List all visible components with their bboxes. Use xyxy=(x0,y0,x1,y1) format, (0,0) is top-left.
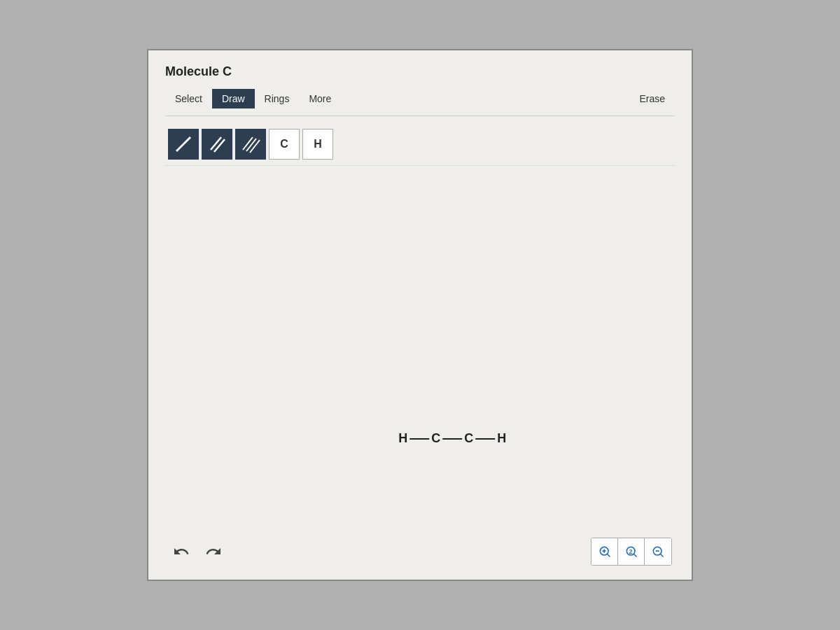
double-bond-button[interactable] xyxy=(202,129,232,160)
toolbar: Select Draw Rings More Erase xyxy=(165,89,675,116)
zoom-in-icon xyxy=(598,545,612,559)
carbon-button[interactable]: C xyxy=(269,129,300,160)
zoom-fit-icon: 2 xyxy=(624,545,638,559)
svg-line-5 xyxy=(250,140,260,153)
erase-button[interactable]: Erase xyxy=(629,89,675,108)
triple-bond-button[interactable] xyxy=(235,129,266,160)
more-button[interactable]: More xyxy=(299,89,341,108)
zoom-out-icon xyxy=(651,545,665,559)
zoom-fit-button[interactable]: 2 xyxy=(618,538,645,565)
molecule-structure: H C C H xyxy=(398,431,506,446)
svg-line-3 xyxy=(243,137,253,150)
double-bond-icon xyxy=(207,134,227,154)
svg-line-0 xyxy=(176,137,190,151)
molecule-editor: Molecule C Select Draw Rings More Erase xyxy=(147,49,693,581)
zoom-out-button[interactable] xyxy=(645,538,671,565)
single-bond-button[interactable] xyxy=(168,129,199,160)
redo-button[interactable] xyxy=(200,538,227,565)
undo-redo-group xyxy=(168,538,227,565)
bond-1 xyxy=(410,438,429,440)
svg-line-2 xyxy=(214,139,225,152)
svg-line-13 xyxy=(634,554,636,557)
undo-icon xyxy=(173,543,190,560)
svg-line-4 xyxy=(246,139,256,151)
zoom-controls: 2 xyxy=(591,538,672,566)
editor-title: Molecule C xyxy=(165,64,675,79)
select-button[interactable]: Select xyxy=(165,89,212,108)
bond-tools-row: C H xyxy=(165,123,675,166)
drawing-canvas[interactable]: H C C H xyxy=(165,166,675,502)
svg-line-16 xyxy=(661,554,664,557)
triple-bond-icon xyxy=(241,134,260,154)
bond-2 xyxy=(442,438,462,440)
svg-line-1 xyxy=(211,137,221,150)
atom-h2: H xyxy=(497,431,506,446)
svg-text:2: 2 xyxy=(629,548,632,555)
single-bond-icon xyxy=(174,134,193,154)
svg-line-9 xyxy=(607,554,610,557)
bottom-controls: 2 xyxy=(165,531,675,566)
atom-h1: H xyxy=(398,431,407,446)
bond-3 xyxy=(475,438,495,440)
atom-c1: C xyxy=(431,431,440,446)
zoom-in-button[interactable] xyxy=(592,538,618,565)
atom-c2: C xyxy=(464,431,473,446)
undo-button[interactable] xyxy=(168,538,195,565)
hydrogen-button[interactable]: H xyxy=(302,129,333,160)
rings-button[interactable]: Rings xyxy=(255,89,300,108)
redo-icon xyxy=(205,543,222,560)
draw-button[interactable]: Draw xyxy=(212,89,255,108)
